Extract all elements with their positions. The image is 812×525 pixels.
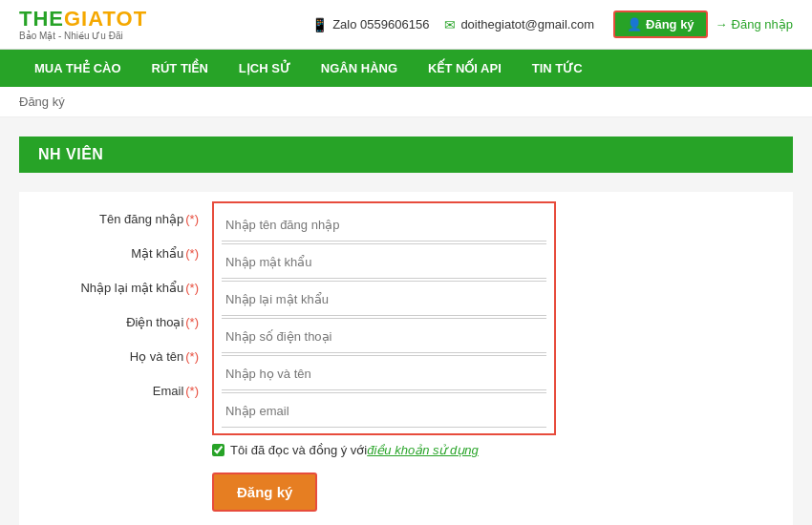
logo-plain: THE [19, 7, 64, 31]
inputs-box [212, 201, 556, 435]
label-fullname: Họ và tên (*) [38, 339, 210, 373]
nav-item-mua-the-cao[interactable]: MUA THẺ CÀO [19, 50, 137, 87]
header-contact: 📱 Zalo 0559606156 ✉ doithegiatot@gmail.c… [311, 17, 594, 32]
nav-item-lich-su[interactable]: LỊCH SỬ [224, 50, 306, 87]
submit-row: Đăng ký [212, 472, 774, 512]
logo: THEGIATOT Bảo Mật - Nhiều Ưu Đãi [19, 8, 147, 41]
login-label: Đăng nhập [732, 17, 793, 32]
terms-link[interactable]: điều khoản sử dụng [367, 443, 479, 457]
nav-item-ket-noi-api[interactable]: KẾT NỐI API [413, 50, 517, 87]
zalo-contact: 📱 Zalo 0559606156 [311, 17, 429, 32]
logo-colored: GIATOT [64, 7, 147, 31]
breadcrumb-text: Đăng ký [19, 94, 65, 109]
zalo-label: Zalo 0559606156 [332, 17, 429, 32]
fullname-input[interactable] [222, 358, 546, 390]
nav-item-tin-tuc[interactable]: TIN TỨC [517, 50, 598, 87]
register-button[interactable]: 👤 Đăng ký [613, 10, 708, 38]
email-input[interactable] [222, 395, 546, 428]
nav-item-rut-tien[interactable]: RÚT TIỀN [137, 50, 224, 87]
terms-checkbox[interactable] [212, 444, 224, 456]
login-icon: → [716, 17, 728, 32]
logo-subtitle: Bảo Mật - Nhiều Ưu Đãi [19, 31, 147, 41]
submit-button[interactable]: Đăng ký [212, 472, 317, 512]
header-right: 📱 Zalo 0559606156 ✉ doithegiatot@gmail.c… [311, 10, 793, 38]
label-username: Tên đăng nhập (*) [38, 201, 210, 236]
header-actions: 👤 Đăng ký → Đăng nhập [613, 10, 793, 38]
email-icon: ✉ [444, 17, 456, 32]
password-input[interactable] [222, 246, 546, 279]
username-input[interactable] [222, 209, 546, 242]
label-email: Email (*) [38, 373, 210, 408]
terms-row: Tôi đã đọc và đồng ý với điều khoản sử d… [212, 443, 774, 457]
form-labels: Tên đăng nhập (*) Mật khẩu (*) Nhập lại … [38, 201, 210, 408]
main-content: NH VIÊN Tên đăng nhập (*) Mật khẩu (*) N… [0, 117, 812, 525]
phone-icon: 📱 [311, 17, 328, 32]
section-title: NH VIÊN [38, 146, 103, 162]
email-contact: ✉ doithegiatot@gmail.com [444, 17, 594, 32]
nav-item-ngan-hang[interactable]: NGÂN HÀNG [306, 50, 413, 87]
label-phone: Điện thoại (*) [38, 304, 210, 339]
section-header: NH VIÊN [19, 136, 793, 173]
label-password: Mật khẩu (*) [38, 236, 210, 270]
terms-text: Tôi đã đọc và đồng ý với [230, 443, 367, 457]
breadcrumb: Đăng ký [0, 87, 812, 117]
confirm-password-input[interactable] [222, 284, 546, 316]
form-container: Tên đăng nhập (*) Mật khẩu (*) Nhập lại … [19, 192, 793, 525]
navigation: MUA THẺ CÀO RÚT TIỀN LỊCH SỬ NGÂN HÀNG K… [0, 50, 812, 87]
header: THEGIATOT Bảo Mật - Nhiều Ưu Đãi 📱 Zalo … [0, 0, 812, 50]
phone-input[interactable] [222, 321, 546, 353]
register-icon: 👤 [627, 17, 642, 32]
logo-text: THEGIATOT [19, 8, 147, 31]
email-label: doithegiatot@gmail.com [460, 17, 594, 32]
register-label: Đăng ký [646, 17, 694, 32]
label-confirm-password: Nhập lại mật khẩu (*) [38, 270, 210, 304]
login-button[interactable]: → Đăng nhập [716, 17, 793, 32]
